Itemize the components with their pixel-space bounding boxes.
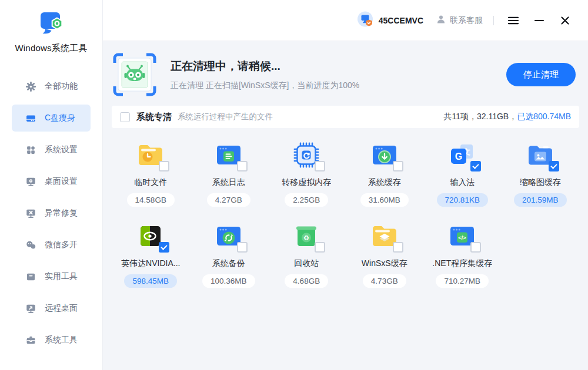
clean-item-size-badge: 4.73GB bbox=[363, 274, 406, 288]
stop-cleaning-button[interactable]: 停止清理 bbox=[506, 63, 576, 86]
titlebar-divider bbox=[493, 16, 494, 25]
clean-item[interactable]: ♻ 回收站 4.68GB bbox=[268, 215, 346, 294]
clean-item-size-badge: 201.59MB bbox=[514, 193, 567, 207]
contact-support-button[interactable]: 联系客服 bbox=[436, 15, 483, 26]
main-area: 45CCEMVC 联系客服 bbox=[103, 0, 588, 370]
grid-icon bbox=[26, 145, 36, 155]
sidebar-item[interactable]: 桌面设置 bbox=[12, 168, 91, 195]
clean-item-size-badge: 4.68GB bbox=[285, 274, 328, 288]
clean-item-checkbox[interactable] bbox=[393, 161, 403, 171]
clean-item-label: 回收站 bbox=[294, 258, 319, 269]
clean-item-checkbox[interactable] bbox=[470, 242, 481, 253]
desktop-settings-icon bbox=[26, 177, 36, 187]
clean-item-label: 输入法 bbox=[450, 177, 475, 188]
sidebar-item-label: 系统设置 bbox=[45, 144, 78, 155]
clean-item-size-badge: 31.60MB bbox=[360, 193, 409, 207]
sidebar-item[interactable]: C盘瘦身 bbox=[12, 105, 91, 132]
clean-item-checkbox[interactable] bbox=[237, 161, 248, 171]
sidebar-item[interactable]: 系统设置 bbox=[12, 136, 91, 163]
clean-item[interactable]: </> .NET程序集缓存 710.27MB bbox=[423, 215, 502, 294]
clean-item[interactable]: 文G 输入法 720.81KB bbox=[423, 134, 502, 213]
close-icon[interactable] bbox=[557, 13, 573, 28]
titlebar: 45CCEMVC 联系客服 bbox=[103, 0, 588, 41]
robot-scan-icon bbox=[113, 53, 156, 96]
cleaning-banner: 正在清理中，请稍候... 正在清理 正在扫描[WinSxS缓存]，当前进度为10… bbox=[112, 51, 579, 106]
sidebar-item-label: 实用工具 bbox=[45, 271, 78, 282]
minimize-icon[interactable] bbox=[532, 13, 547, 28]
clean-item-icon-wrap bbox=[292, 141, 320, 169]
clean-item-icon-wrap: ♻ bbox=[292, 222, 320, 250]
app-logo: Windows系统工具 bbox=[15, 11, 87, 54]
clean-item[interactable]: 系统缓存 31.60MB bbox=[346, 134, 424, 213]
sidebar-item-label: 微信多开 bbox=[45, 240, 78, 250]
clean-item-icon-wrap bbox=[526, 141, 554, 169]
section-checkbox[interactable] bbox=[120, 112, 130, 122]
sidebar-item[interactable]: 异常修复 bbox=[12, 200, 91, 227]
clean-item-label: 系统缓存 bbox=[368, 177, 401, 188]
app-window: Windows系统工具 全部功能 C盘瘦身 系统设置 桌面设置 异常修复 微信多… bbox=[0, 0, 588, 370]
banner-title: 正在清理中，请稍候... bbox=[171, 59, 506, 74]
clean-item-label: 转移虚拟内存 bbox=[282, 177, 331, 188]
clean-item-icon-wrap bbox=[215, 222, 243, 250]
clean-item-label: 英伟达NVIDIA... bbox=[121, 258, 180, 269]
sidebar-item-label: 全部功能 bbox=[45, 81, 78, 92]
section-description: 系统运行过程中产生的文件 bbox=[178, 112, 273, 122]
clean-item-icon-wrap bbox=[370, 222, 399, 250]
banner-subtitle: 正在清理 正在扫描[WinSxS缓存]，当前进度为100% bbox=[171, 80, 506, 91]
repair-icon bbox=[26, 208, 36, 218]
clean-item-checkbox[interactable] bbox=[393, 242, 403, 253]
clean-item[interactable]: 系统日志 4.27GB bbox=[190, 134, 268, 213]
sidebar-item[interactable]: 全部功能 bbox=[12, 73, 91, 100]
clean-item-checkbox[interactable] bbox=[549, 161, 559, 171]
sidebar-menu: 全部功能 C盘瘦身 系统设置 桌面设置 异常修复 微信多开 实用工具 远程桌面 … bbox=[0, 68, 102, 358]
svg-text:G: G bbox=[455, 152, 462, 162]
sidebar-item[interactable]: 微信多开 bbox=[12, 231, 91, 258]
clean-item-checkbox[interactable] bbox=[315, 161, 325, 171]
clean-item-checkbox[interactable] bbox=[159, 242, 169, 253]
clean-item-checkbox[interactable] bbox=[470, 161, 481, 171]
selected-size-link[interactable]: 已选800.74MB bbox=[517, 112, 571, 121]
section-header: 系统专清 系统运行过程中产生的文件 共11项，32.11GB，已选800.74M… bbox=[112, 106, 579, 128]
clean-item-label: 系统备份 bbox=[212, 258, 245, 269]
drive-icon bbox=[26, 113, 36, 123]
clean-item-label: 系统日志 bbox=[212, 177, 245, 188]
clean-item-label: 缩略图缓存 bbox=[520, 177, 561, 188]
sidebar-item-label: 异常修复 bbox=[45, 208, 78, 218]
clean-item-size-badge: 2.25GB bbox=[285, 193, 328, 207]
contact-support-label: 联系客服 bbox=[450, 15, 483, 26]
clean-item-checkbox[interactable] bbox=[159, 161, 169, 171]
clean-item-size-badge: 720.81KB bbox=[437, 193, 488, 207]
username: 45CCEMVC bbox=[379, 16, 423, 25]
svg-text:♻: ♻ bbox=[303, 234, 309, 241]
clean-item[interactable]: WinSxS缓存 4.73GB bbox=[346, 215, 424, 294]
clean-item-icon-wrap bbox=[136, 222, 165, 250]
sidebar: Windows系统工具 全部功能 C盘瘦身 系统设置 桌面设置 异常修复 微信多… bbox=[0, 0, 103, 370]
menu-icon[interactable] bbox=[506, 13, 521, 28]
user-account[interactable]: 45CCEMVC bbox=[356, 11, 423, 31]
app-title: Windows系统工具 bbox=[15, 43, 87, 54]
clean-item[interactable]: 系统备份 100.36MB bbox=[190, 215, 268, 294]
sidebar-item-label: 桌面设置 bbox=[45, 176, 78, 187]
clean-item-icon-wrap: </> bbox=[448, 222, 476, 250]
clean-item-label: WinSxS缓存 bbox=[362, 258, 407, 269]
clean-item[interactable]: 临时文件 14.58GB bbox=[112, 134, 190, 213]
clean-grid: 临时文件 14.58GB 系统日志 4.27GB 转移虚拟内存 2.25GB 系… bbox=[112, 134, 579, 294]
clean-item-checkbox[interactable] bbox=[315, 242, 325, 253]
sidebar-item[interactable]: 实用工具 bbox=[12, 263, 91, 290]
clean-item-icon-wrap bbox=[370, 141, 399, 169]
clean-item[interactable]: 转移虚拟内存 2.25GB bbox=[268, 134, 346, 213]
clean-item-size-badge: 4.27GB bbox=[207, 193, 250, 207]
sidebar-item[interactable]: 系统工具 bbox=[12, 327, 91, 354]
svg-text:</>: </> bbox=[458, 234, 466, 241]
sidebar-item-label: 系统工具 bbox=[45, 335, 78, 345]
clean-item[interactable]: 英伟达NVIDIA... 598.45MB bbox=[112, 215, 190, 294]
clean-item[interactable]: 缩略图缓存 201.59MB bbox=[502, 134, 580, 213]
clean-item-size-badge: 710.27MB bbox=[436, 274, 489, 288]
briefcase-icon bbox=[26, 335, 36, 345]
clean-item-checkbox[interactable] bbox=[237, 242, 248, 253]
clean-item-label: 临时文件 bbox=[134, 177, 167, 188]
banner-text: 正在清理中，请稍候... 正在清理 正在扫描[WinSxS缓存]，当前进度为10… bbox=[171, 59, 506, 91]
clean-item-icon-wrap bbox=[215, 141, 243, 169]
wechat-icon bbox=[26, 240, 36, 250]
sidebar-item[interactable]: 远程桌面 bbox=[12, 295, 91, 322]
